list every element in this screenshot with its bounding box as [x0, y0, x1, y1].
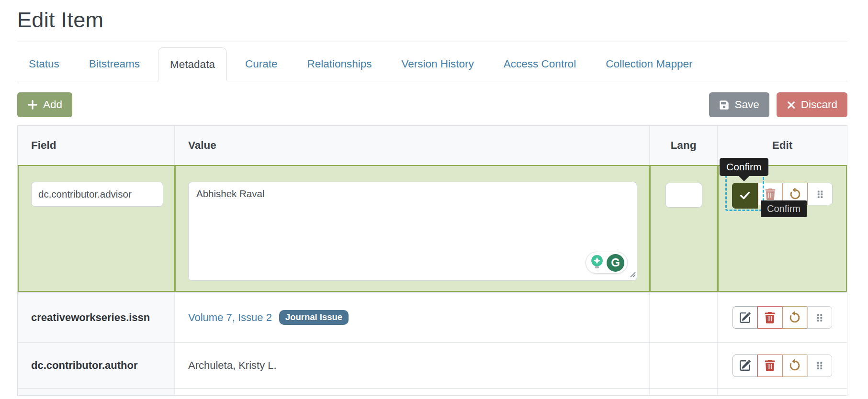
edit-actions-group — [733, 355, 832, 377]
field-name-input[interactable] — [31, 182, 163, 207]
trash-icon — [765, 188, 776, 200]
field-cell — [18, 389, 175, 395]
floppy-disk-icon — [719, 100, 729, 110]
lang-cell-editing — [650, 165, 718, 292]
drag-handle[interactable] — [807, 306, 832, 329]
delete-button[interactable] — [757, 355, 782, 377]
edit-button[interactable] — [733, 355, 757, 377]
metadata-table: Field Value Lang Edit Abhishek Raval — [17, 125, 847, 396]
check-icon — [739, 189, 751, 203]
metadata-toolbar: Add Save Discard — [17, 92, 847, 117]
value-cell: Archuleta, Kristy L. — [175, 343, 650, 388]
undo-icon — [789, 359, 801, 372]
value-link[interactable]: Volume 7, Issue 2 — [188, 311, 272, 324]
column-header-lang: Lang — [650, 126, 718, 165]
title-divider — [17, 42, 847, 42]
tab-bar: Status Bitstreams Metadata Curate Relati… — [17, 47, 847, 81]
value-cell-editing: Abhishek Raval G — [175, 165, 650, 292]
tab-bitstreams[interactable]: Bitstreams — [78, 47, 151, 81]
toolbar-right-group: Save Discard — [709, 92, 847, 117]
value-cell: Volume 7, Issue 2 Journal Issue — [175, 293, 650, 342]
discard-button-label: Discard — [801, 99, 837, 111]
edit-cell — [718, 343, 847, 388]
discard-button[interactable]: Discard — [777, 92, 847, 117]
trash-icon — [764, 312, 776, 323]
drag-handle-icon — [814, 312, 825, 323]
edit-cell — [718, 293, 847, 342]
tab-curate[interactable]: Curate — [234, 47, 289, 81]
resize-handle-icon[interactable] — [629, 270, 636, 279]
tab-collection-mapper[interactable]: Collection Mapper — [594, 47, 704, 81]
entity-type-badge: Journal Issue — [279, 310, 349, 325]
save-button[interactable]: Save — [709, 92, 769, 117]
tab-relationships[interactable]: Relationships — [295, 47, 383, 81]
tab-status[interactable]: Status — [17, 47, 71, 81]
save-button-label: Save — [734, 99, 759, 111]
drag-handle-icon — [814, 360, 825, 371]
field-cell: dc.contributor.author — [18, 343, 175, 388]
confirm-button[interactable] — [732, 183, 758, 209]
undo-button[interactable] — [782, 355, 807, 377]
edit-item-page: Edit Item Status Bitstreams Metadata Cur… — [0, 8, 868, 396]
lang-cell — [650, 389, 718, 395]
edit-actions-group — [733, 306, 832, 329]
table-row-partial — [18, 388, 847, 395]
delete-button[interactable] — [757, 306, 782, 329]
drag-handle[interactable] — [807, 355, 832, 377]
undo-icon — [789, 311, 801, 324]
undo-icon — [789, 188, 801, 200]
value-textarea[interactable]: Abhishek Raval — [188, 182, 637, 281]
trash-icon — [764, 360, 776, 371]
value-editor: Abhishek Raval G — [188, 182, 637, 281]
edit-button[interactable] — [733, 306, 757, 329]
column-header-field: Field — [18, 126, 175, 165]
lang-cell — [650, 293, 718, 342]
page-title: Edit Item — [17, 8, 847, 33]
edit-cell — [718, 389, 847, 395]
drag-handle-icon — [815, 188, 825, 200]
grammarly-widget: G — [586, 252, 628, 274]
lightbulb-icon[interactable] — [589, 254, 605, 272]
confirm-native-tooltip: Confirm — [761, 200, 807, 217]
edit-cell-editing: Confirm — [718, 165, 847, 292]
table-row: dc.contributor.author Archuleta, Kristy … — [18, 342, 847, 388]
plus-icon — [27, 100, 38, 110]
value-text: Archuleta, Kristy L. — [188, 359, 277, 372]
table-row: creativeworkseries.issn Volume 7, Issue … — [18, 292, 847, 342]
add-button-label: Add — [43, 99, 62, 111]
value-cell — [175, 389, 650, 395]
field-cell: creativeworkseries.issn — [18, 293, 175, 342]
field-cell-editing — [18, 165, 175, 292]
edit-pencil-icon — [739, 360, 751, 371]
close-icon — [787, 100, 796, 110]
drag-handle[interactable] — [808, 183, 833, 205]
grammarly-g-icon[interactable]: G — [607, 254, 624, 272]
column-header-value: Value — [175, 126, 650, 165]
table-row-editing: Abhishek Raval G — [18, 165, 847, 292]
add-button[interactable]: Add — [17, 92, 72, 117]
undo-button[interactable] — [782, 306, 807, 329]
tab-version-history[interactable]: Version History — [390, 47, 485, 81]
edit-pencil-icon — [739, 312, 751, 323]
confirm-tooltip: Confirm — [720, 158, 768, 176]
tab-access-control[interactable]: Access Control — [492, 47, 587, 81]
lang-cell — [650, 343, 718, 388]
tab-metadata[interactable]: Metadata — [158, 47, 227, 81]
lang-input[interactable] — [665, 183, 702, 208]
